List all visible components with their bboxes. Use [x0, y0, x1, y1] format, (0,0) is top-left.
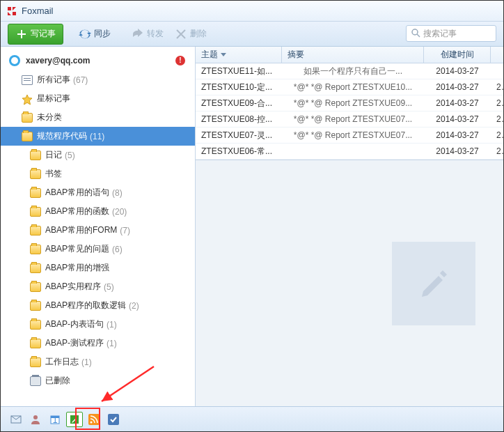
cell-extra: 2( [491, 114, 503, 124]
folder-icon [30, 301, 41, 311]
sidebar-folder[interactable]: ABAP常用的语句(8) [1, 183, 195, 202]
sidebar-item-label: ABAP常见的问题 [45, 243, 109, 255]
contacts-icon[interactable] [27, 412, 44, 427]
cell-date: 2014-03-27 [424, 114, 491, 124]
delete-button[interactable]: 删除 [169, 25, 212, 43]
cell-summary: *@* *@ Report ZTESTXUE07... [282, 114, 424, 124]
col-created[interactable]: 创建时间 [424, 47, 491, 63]
sync-label: 同步 [94, 28, 111, 40]
search-input[interactable] [423, 29, 504, 38]
cell-date: 2014-03-27 [424, 146, 491, 156]
sidebar-item-label: ABAP常用的语句 [45, 187, 109, 199]
sidebar-all-notes[interactable]: 所有记事 (67) [1, 70, 195, 89]
cell-extra: 2( [491, 82, 503, 92]
sidebar-folder[interactable]: ABAP程序的取数逻辑(2) [1, 296, 195, 315]
bottom-bar: 1 [1, 406, 503, 431]
sync-button[interactable]: 同步 [73, 25, 116, 43]
search-box[interactable] [406, 25, 496, 42]
table-row[interactable]: ZTESTXUE11-如...如果一个程序只有自己一...2014-03-27 [196, 63, 503, 79]
sidebar-item-label: ABAP常用的函数 [45, 206, 109, 217]
todo-icon[interactable] [105, 412, 122, 427]
calendar-icon[interactable]: 1 [47, 412, 63, 427]
sidebar-folder[interactable]: ABAP-测试程序(1) [1, 334, 195, 353]
cell-subject: ZTESTXUE09-合... [196, 98, 282, 109]
svg-text:1: 1 [53, 415, 58, 425]
sidebar-item-label: ABAP常用的FORM [45, 224, 117, 236]
sidebar-folder[interactable]: ABAP实用程序(5) [1, 277, 195, 296]
col-subject-label: 主题 [201, 49, 218, 61]
sidebar-item-count: (2) [129, 301, 139, 311]
sidebar-folder[interactable]: 日记(5) [1, 146, 195, 164]
delete-icon [175, 28, 187, 40]
sidebar-item-label: ABAP-测试程序 [45, 337, 104, 349]
table-row[interactable]: ZTESTXUE10-定...*@* *@ Report ZTESTXUE10.… [196, 79, 503, 95]
sidebar-folder[interactable]: ABAP常用的FORM(7) [1, 221, 195, 240]
sidebar-item-count: (8) [112, 188, 123, 198]
sidebar-item-selected[interactable]: 规范程序代码 (11) [1, 127, 195, 146]
warning-badge[interactable]: ! [175, 56, 185, 65]
account-email: xavery@qq.com [26, 56, 90, 65]
sidebar-item-count: (5) [65, 151, 75, 160]
folder-icon [30, 282, 41, 292]
sidebar-item-label: ABAP实用程序 [45, 281, 101, 293]
sidebar-folder[interactable]: ABAP-内表语句(1) [1, 315, 195, 334]
table-row[interactable]: ZTESTXUE06-常...2014-03-272( [196, 144, 503, 160]
write-note-button[interactable]: 写记事 [8, 24, 63, 45]
sidebar-item-label: 工作日志 [45, 356, 79, 368]
rss-icon[interactable] [86, 412, 102, 427]
cell-summary: *@* *@ Report ZTESTXUE09... [282, 98, 424, 108]
sidebar-item-label: ABAP-内表语句 [45, 318, 104, 330]
content: xavery@qq.com ! 所有记事 (67) 星标记事 未分类 规范程序代… [1, 47, 503, 406]
sidebar-item-count: (20) [112, 207, 127, 217]
forward-label: 转发 [147, 28, 164, 40]
sidebar-uncategorized[interactable]: 未分类 [1, 108, 195, 127]
sidebar-item-label: 未分类 [37, 111, 62, 123]
sidebar-item-count: (1) [107, 320, 117, 330]
notes-icon[interactable] [66, 412, 83, 427]
sidebar-item-count: (5) [104, 282, 114, 292]
sidebar-item-label: 书签 [45, 168, 62, 180]
sidebar-folder[interactable]: 工作日志(1) [1, 353, 195, 371]
folder-icon [30, 357, 41, 367]
folder-icon [30, 188, 41, 198]
svg-point-2 [33, 415, 38, 419]
forward-icon [132, 28, 144, 40]
sidebar-item-label: 日记 [45, 149, 62, 161]
list-body: ZTESTXUE11-如...如果一个程序只有自己一...2014-03-27Z… [196, 63, 503, 160]
mail-icon[interactable] [8, 412, 24, 427]
sidebar-folder[interactable]: 书签 [1, 164, 195, 183]
main-panel: 主题 摘要 创建时间 ZTESTXUE11-如...如果一个程序只有自己一...… [196, 47, 503, 406]
cell-date: 2014-03-27 [424, 66, 491, 76]
cell-extra: 2( [491, 130, 503, 140]
account-header[interactable]: xavery@qq.com ! [1, 51, 195, 70]
cell-extra: 2( [491, 98, 503, 108]
sidebar-item-label: ABAP程序的取数逻辑 [45, 300, 126, 311]
folder-icon [22, 132, 33, 141]
sidebar-folder[interactable]: ABAP常见的问题(6) [1, 240, 195, 259]
folder-icon [30, 169, 41, 179]
cell-subject: ZTESTXUE11-如... [196, 65, 282, 77]
table-row[interactable]: ZTESTXUE09-合...*@* *@ Report ZTESTXUE09.… [196, 95, 503, 111]
sidebar-item-label: 已删除 [45, 375, 70, 387]
folder-icon [30, 263, 41, 273]
sidebar-folder[interactable]: ABAP常用的增强 [1, 259, 195, 277]
table-row[interactable]: ZTESTXUE07-灵...*@* *@ Report ZTESTXUE07.… [196, 128, 503, 144]
svg-rect-9 [108, 414, 119, 425]
col-subject[interactable]: 主题 [196, 47, 282, 63]
col-summary[interactable]: 摘要 [282, 47, 424, 63]
search-icon [411, 28, 420, 40]
col-summary-label: 摘要 [288, 49, 304, 61]
star-icon [22, 94, 33, 104]
avatar-icon [9, 55, 20, 66]
col-extra[interactable] [491, 47, 503, 63]
toolbar: 写记事 同步 转发 删除 [1, 22, 503, 47]
trash-icon [30, 376, 41, 386]
sidebar-trash[interactable]: 已删除 [1, 371, 195, 390]
forward-button[interactable]: 转发 [126, 25, 169, 43]
sidebar-starred[interactable]: 星标记事 [1, 89, 195, 108]
folder-icon [30, 226, 41, 236]
folder-icon [30, 245, 41, 254]
title-bar: Foxmail [1, 1, 503, 22]
sidebar-folder[interactable]: ABAP常用的函数(20) [1, 202, 195, 221]
table-row[interactable]: ZTESTXUE08-控...*@* *@ Report ZTESTXUE07.… [196, 111, 503, 128]
